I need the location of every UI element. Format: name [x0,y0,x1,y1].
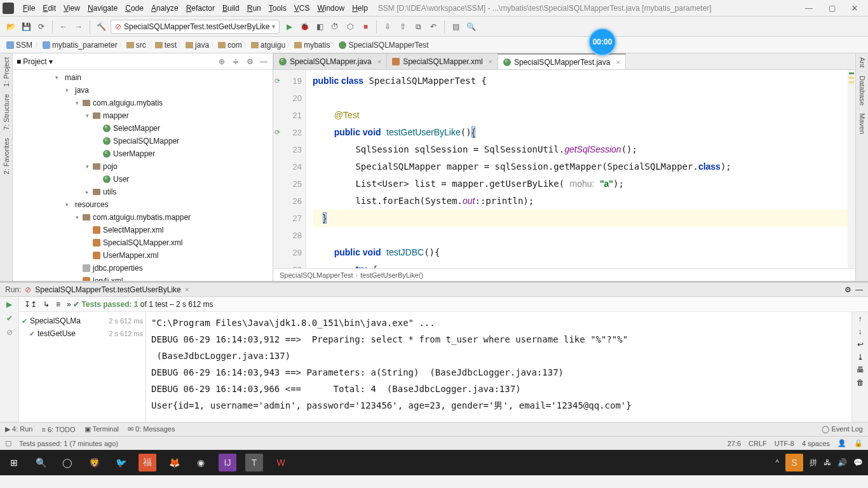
clear-icon[interactable]: 🗑 [857,378,864,387]
forward-icon[interactable]: → [73,21,85,32]
collapse-icon[interactable]: ≡ [56,300,60,309]
tree-node[interactable]: SelectMapper [13,122,273,135]
sort-icon[interactable]: ↧↥ [24,300,37,309]
gutter[interactable]: 19⟳202122⟳2324252627282930 [273,70,306,268]
todo-tab[interactable]: ≡ 6: TODO [41,426,75,433]
run-config-selector[interactable]: ⊘ SpecialSQLMapperTest.testGetUserByLike… [111,20,280,34]
toggle-pass-icon[interactable]: ✔ [4,313,15,323]
volume-icon[interactable]: 🔊 [837,458,847,467]
debug-button[interactable]: 🐞 [299,21,310,32]
menu-edit[interactable]: Edit [39,3,60,14]
structure-tool-button[interactable]: 7: Structure [3,90,10,134]
run-tab[interactable]: ▶ 4: Run [5,425,32,433]
messages-tab[interactable]: ✉ 0: Messages [128,425,175,433]
breadcrumb-item[interactable]: java [184,41,210,50]
tree-node[interactable]: ▾com.atguigu.mybatis.mapper [13,211,273,224]
breadcrumb-item[interactable]: test [154,41,178,50]
console-output[interactable]: "C:\Program Files\Java\jdk1.8.0_151\bin\… [146,312,851,422]
stop-button[interactable]: ■ [360,21,371,32]
menu-analyze[interactable]: Analyze [147,3,182,14]
expand-icon[interactable]: ↳ [43,300,50,309]
menu-refactor[interactable]: Refactor [182,3,219,14]
locate-icon[interactable]: ⊕ [217,57,227,67]
editor-tab[interactable]: SpecialSQLMapper.xml× [386,53,498,69]
breadcrumb-item[interactable]: mybatis [293,41,331,50]
run-hide-icon[interactable]: — [855,285,863,294]
start-button[interactable]: ⊞ [5,454,23,471]
close-tab-icon[interactable]: × [489,58,492,65]
project-view-selector[interactable]: ■ Project ▾ [17,57,53,66]
attach-button[interactable]: ⬡ [344,21,356,32]
expander-icon[interactable]: ▾ [74,214,80,220]
vcs-commit-icon[interactable]: ⇧ [397,21,409,32]
search-button[interactable]: 🔍 [32,454,50,471]
tree-node[interactable]: SelectMapper.xml [13,224,273,236]
print-icon[interactable]: 🖶 [857,365,864,374]
scroll-to-end-icon[interactable]: ⤓ [857,353,864,362]
tree-node[interactable]: SpecialSQLMapper.xml [13,236,273,249]
inspections-icon[interactable]: 👤 [837,439,846,447]
expander-icon[interactable]: ▾ [84,112,90,119]
coverage-button[interactable]: ◧ [314,21,325,32]
structure-icon[interactable]: ▤ [450,21,461,32]
breadcrumb-item[interactable]: mybatis_parameter [41,41,119,50]
timer-badge[interactable]: 00:00 [588,28,616,56]
tree-node[interactable]: ▾com.atguigu.mybatis [13,97,273,109]
vcs-update-icon[interactable]: ⇩ [382,21,393,32]
expander-icon[interactable]: ▾ [84,163,90,170]
tree-node[interactable]: jdbc.properties [13,262,273,274]
tree-node[interactable]: User [13,173,273,186]
close-tab-icon[interactable]: × [377,58,381,65]
expander-icon[interactable]: ▾ [64,201,70,208]
build-icon[interactable]: 🔨 [95,21,107,32]
scroll-down-icon[interactable]: ↓ [858,327,862,336]
database-tool-button[interactable]: Database [858,72,866,109]
chrome-icon[interactable]: ◉ [192,454,210,471]
tree-node[interactable]: ▸utils [13,186,273,198]
tree-node[interactable]: log4j.xml [13,274,273,281]
ant-tool-button[interactable]: Ant [858,53,866,72]
tree-node[interactable]: ▾main [13,71,273,84]
run-gutter-icon[interactable]: ⟳ [275,72,280,90]
breadcrumb-item[interactable]: com [217,41,243,50]
tree-node[interactable]: ▾pojo [13,160,273,173]
tree-node[interactable]: ▾java [13,84,273,97]
editor-body[interactable]: 19⟳202122⟳2324252627282930 public class … [273,70,855,268]
system-tray[interactable]: ^ S 拼 🖧 🔊 💬 [775,454,863,471]
run-button[interactable]: ▶ [283,21,295,32]
app-icon[interactable]: 🦁 [85,454,103,471]
profile-button[interactable]: ⏱ [329,21,341,32]
maximize-button[interactable]: ▢ [821,2,843,15]
tray-icon[interactable]: ^ [775,458,779,467]
menu-window[interactable]: Window [313,3,348,14]
tree-node[interactable]: UserMapper.xml [13,249,273,262]
tray-icon[interactable]: S [785,454,803,471]
close-tab-icon[interactable]: × [616,58,620,66]
tree-node[interactable]: UserMapper [13,147,273,160]
maven-tool-button[interactable]: Maven [858,109,866,138]
error-stripe[interactable] [848,70,855,268]
intellij-icon[interactable]: IJ [219,454,236,471]
vcs-history-icon[interactable]: ⧉ [412,21,424,32]
expander-icon[interactable]: ▾ [53,74,60,81]
firefox-icon[interactable]: 🦊 [165,454,183,471]
vcs-revert-icon[interactable]: ↶ [428,21,439,32]
test-node[interactable]: ✔testGetUse2 s 612 ms [22,327,143,340]
breadcrumb-item[interactable]: src [125,41,147,50]
app-icon[interactable]: 🐦 [112,454,130,471]
notifications-icon[interactable]: 💬 [853,458,863,467]
test-node[interactable]: ✔SpecialSQLMa2 s 612 ms [22,315,143,327]
file-encoding[interactable]: UTF-8 [775,440,794,447]
menu-view[interactable]: View [60,3,84,14]
sync-icon[interactable]: ⟳ [36,21,47,32]
indent-setting[interactable]: 4 spaces [802,440,830,447]
close-button[interactable]: ✕ [844,2,865,15]
network-icon[interactable]: 🖧 [824,458,831,467]
menu-vcs[interactable]: VCS [290,3,314,14]
back-icon[interactable]: ← [58,21,69,32]
menu-tools[interactable]: Tools [265,3,290,14]
terminal-tab[interactable]: ▣ Terminal [85,425,119,433]
menu-help[interactable]: Help [348,3,372,14]
save-icon[interactable]: 💾 [20,21,32,32]
cortana-icon[interactable]: ◯ [58,454,76,471]
